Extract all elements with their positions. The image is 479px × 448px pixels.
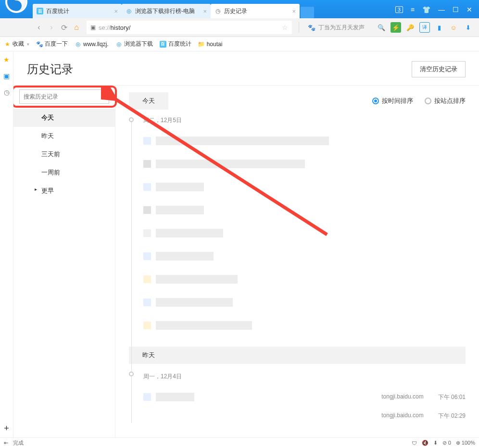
browser-logo (0, 0, 33, 18)
forward-button[interactable]: › (45, 21, 58, 34)
emoji-icon[interactable]: ☺ (448, 22, 459, 33)
bookmark-baidu-stats[interactable]: 百百度统计 (160, 40, 191, 48)
rail-history-icon[interactable]: ◷ (2, 88, 11, 97)
home-button[interactable]: ⌂ (70, 21, 83, 34)
tab-favicon: ◎ (126, 8, 132, 14)
box-icon: 百 (160, 41, 166, 48)
paw-icon: 🐾 (36, 41, 43, 48)
bookmark-browser-dl[interactable]: ◎浏览器下载 (115, 40, 153, 48)
side-rail: ★ ▣ ◷ + (0, 51, 13, 437)
history-item[interactable]: tongji.baidu.com下午 02:29 (143, 409, 466, 423)
panel-toggle-icon[interactable]: ⇤ (4, 440, 8, 446)
bookmark-favorites[interactable]: ★收藏▾ (4, 40, 29, 48)
bookmark-baidu[interactable]: 🐾百度一下 (36, 40, 68, 48)
date-label: 周二，12月5日 (143, 116, 466, 124)
timeline-dot (129, 372, 134, 376)
target-icon: ◎ (115, 41, 122, 48)
hot-search-text[interactable]: 丁当为五月天发声 (318, 24, 365, 32)
download-icon[interactable]: ⬇ (463, 22, 473, 33)
nav-3days[interactable]: 三天前 (13, 145, 115, 163)
star-icon: ★ (4, 41, 11, 48)
skin-icon[interactable]: 👕 (422, 6, 430, 13)
radio-on-icon (372, 98, 379, 104)
tab-baidu-stats[interactable]: 百 百度统计 × (33, 4, 122, 18)
book-icon[interactable]: ▮ (434, 22, 444, 33)
bookmark-llqzj[interactable]: ◎www.llqzj. (75, 41, 109, 48)
history-item[interactable] (143, 129, 466, 152)
bookmarks-bar: ★收藏▾ 🐾百度一下 ◎www.llqzj. ◎浏览器下载 百百度统计 📁hou… (0, 37, 479, 51)
close-icon[interactable]: × (292, 8, 296, 15)
history-sidebar: 今天 昨天 三天前 一周前 ▸更早 (13, 86, 115, 437)
tab-favicon: 百 (37, 8, 43, 14)
rail-add-icon[interactable]: + (2, 424, 11, 433)
history-item[interactable] (143, 152, 466, 175)
ad-block-badge[interactable]: ⊘ 0 (442, 440, 451, 446)
history-item[interactable] (143, 175, 466, 199)
menu-icon[interactable]: ≡ (411, 6, 415, 13)
mute-icon[interactable]: 🔇 (422, 440, 429, 446)
tab-label: 历史记录 (224, 7, 247, 15)
history-item[interactable] (143, 291, 466, 314)
section-yesterday-chip: 昨天 (129, 347, 466, 364)
close-window-icon[interactable]: ✕ (466, 6, 472, 13)
key-icon[interactable]: 🔑 (405, 22, 416, 33)
minimize-icon[interactable]: — (438, 6, 445, 13)
sort-by-site-radio[interactable]: 按站点排序 (425, 97, 466, 105)
site-identity-icon: ▣ (90, 24, 96, 31)
section-today-chip: 今天 (129, 92, 168, 110)
tab-label: 浏览器下载排行榜-电脑 (135, 7, 195, 15)
status-text: 完成 (13, 439, 24, 447)
history-item[interactable] (143, 199, 466, 222)
window-count-badge[interactable]: 3 (395, 6, 403, 13)
nav-earlier[interactable]: ▸更早 (13, 182, 115, 200)
nav-yesterday[interactable]: 昨天 (13, 127, 115, 145)
clock-icon: ◷ (214, 8, 221, 14)
bookmark-star-icon[interactable]: ☆ (282, 24, 288, 31)
paw-icon: 🐾 (308, 24, 315, 31)
search-history-input[interactable] (19, 89, 109, 104)
lightning-icon[interactable]: ⚡ (391, 22, 401, 33)
close-icon[interactable]: × (114, 8, 118, 15)
address-bar[interactable]: ▣ se://history/ ☆ (87, 21, 292, 34)
timeline-dot (129, 117, 134, 122)
rail-favorites-icon[interactable]: ★ (2, 55, 11, 64)
close-icon[interactable]: × (203, 8, 207, 15)
folder-icon: 📁 (198, 41, 205, 48)
chevron-right-icon: ▸ (35, 187, 37, 192)
sort-by-time-radio[interactable]: 按时间排序 (372, 97, 413, 105)
tab-browser-rank[interactable]: ◎ 浏览器下载排行榜-电脑 × (122, 4, 211, 18)
nav-week[interactable]: 一周前 (13, 163, 115, 182)
maximize-icon[interactable]: ☐ (453, 6, 459, 13)
bookmark-houtai[interactable]: 📁houtai (198, 41, 223, 48)
status-bar: ⇤ 完成 🛡 🔇 ⬇ ⊘ 0 ⊕ 100% (0, 437, 479, 448)
translate-icon[interactable]: 译 (419, 22, 430, 33)
radio-off-icon (425, 98, 431, 104)
back-button[interactable]: ‹ (33, 21, 45, 34)
rail-book-icon[interactable]: ▣ (2, 72, 11, 80)
history-item[interactable] (143, 222, 466, 245)
date-label: 周一，12月4日 (143, 373, 466, 381)
clear-history-button[interactable]: 清空历史记录 (412, 61, 466, 77)
shield-icon[interactable]: 🛡 (412, 440, 417, 446)
page-title: 历史记录 (27, 62, 73, 77)
url-text: se://history/ (99, 24, 279, 31)
tab-history[interactable]: ◷ 历史记录 × (211, 4, 300, 18)
download-status-icon[interactable]: ⬇ (433, 440, 438, 446)
zoom-control[interactable]: ⊕ 100% (456, 440, 475, 446)
new-tab-button[interactable] (301, 7, 314, 18)
history-item[interactable] (143, 314, 466, 337)
reload-button[interactable]: ⟳ (58, 21, 70, 34)
search-icon[interactable]: 🔍 (376, 22, 387, 33)
tab-label: 百度统计 (46, 7, 69, 15)
history-item[interactable]: tongji.baidu.com下午 06:01 (143, 386, 466, 409)
history-item[interactable] (143, 268, 466, 291)
nav-today[interactable]: 今天 (13, 109, 115, 127)
history-item[interactable] (143, 245, 466, 268)
target-icon: ◎ (75, 41, 81, 48)
